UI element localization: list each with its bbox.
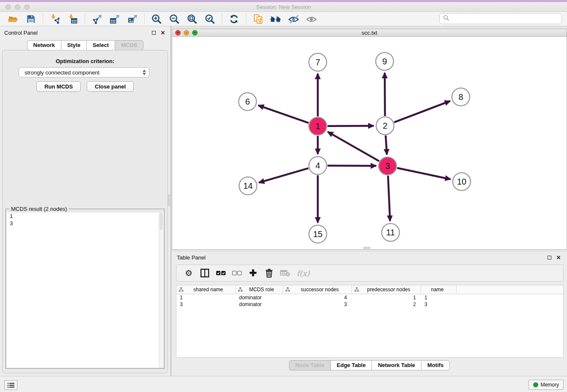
table-row[interactable]: 3dominator323: [176, 301, 563, 308]
graph-node-11[interactable]: 11: [382, 224, 399, 241]
refresh-icon[interactable]: [228, 13, 240, 25]
graph-node-2[interactable]: 2: [376, 117, 394, 135]
cell-predecessor-nodes: 1: [352, 295, 421, 301]
split-divider-handle[interactable]: [168, 195, 171, 206]
tab-network[interactable]: Network: [27, 40, 61, 50]
svg-text:2: 2: [383, 121, 387, 130]
mcds-result-line: 1: [7, 213, 163, 220]
zoom-selected-icon[interactable]: [204, 13, 216, 25]
status-bar: Memory: [0, 376, 567, 392]
mcds-result-text[interactable]: 13: [7, 213, 163, 367]
search-input[interactable]: [449, 16, 561, 22]
column-header-MCDS-role[interactable]: MCDS role: [236, 285, 283, 294]
svg-text:7: 7: [315, 58, 320, 67]
cell-successor-nodes: 3: [283, 301, 352, 307]
network-canvas[interactable]: 7968124314101511: [172, 37, 567, 249]
graph-node-1[interactable]: 1: [309, 117, 327, 135]
export-image-icon[interactable]: [126, 13, 139, 25]
edge-2-8[interactable]: [394, 101, 450, 122]
edge-3-1[interactable]: [328, 132, 379, 161]
graph-node-3[interactable]: 3: [379, 157, 396, 175]
graph-node-8[interactable]: 8: [452, 88, 470, 106]
list-icon: [7, 382, 15, 388]
network-window-title: scc.txt: [172, 30, 567, 36]
delete-icon[interactable]: [264, 268, 275, 279]
graph-node-7[interactable]: 7: [309, 53, 327, 71]
graph-node-6[interactable]: 6: [239, 93, 256, 110]
table-close-button[interactable]: ✕: [555, 254, 562, 261]
export-table-icon[interactable]: [108, 13, 121, 25]
edge-1-6[interactable]: [258, 105, 308, 123]
function-builder-icon[interactable]: f(x): [297, 269, 310, 278]
mcds-result-line: 3: [7, 220, 163, 227]
column-header-shared-name[interactable]: shared name: [176, 285, 236, 294]
zoom-fit-icon[interactable]: [186, 13, 198, 25]
toolbar-separator: [43, 14, 43, 25]
open-session-icon[interactable]: [7, 13, 19, 25]
svg-text:3: 3: [385, 161, 390, 171]
column-header-predecessor-nodes[interactable]: predecessor nodes: [352, 285, 421, 294]
edge-4-3[interactable]: [328, 166, 376, 166]
table-header-row: shared nameMCDS rolesuccessor nodesprede…: [176, 285, 563, 294]
clone-network-icon[interactable]: [252, 13, 264, 25]
import-network-icon[interactable]: [49, 13, 61, 25]
close-panel-button[interactable]: ✕: [160, 29, 166, 36]
add-column-icon[interactable]: ✚: [248, 268, 259, 279]
tab-style[interactable]: Style: [61, 40, 86, 50]
edge-2-9[interactable]: [385, 73, 385, 116]
zoom-in-icon[interactable]: [150, 13, 163, 25]
edge-3-10[interactable]: [397, 168, 451, 179]
table-float-button[interactable]: [546, 254, 553, 261]
memory-button[interactable]: Memory: [528, 380, 564, 390]
cell-name: 3: [421, 301, 457, 307]
app-window: Session: New Session: [0, 0, 567, 392]
zoom-out-icon[interactable]: [168, 13, 181, 25]
canvas-grip[interactable]: [363, 247, 370, 249]
tab-select[interactable]: Select: [86, 40, 115, 50]
control-panel-title: Control Panel: [4, 30, 148, 36]
result-scrollbar[interactable]: [159, 213, 163, 367]
select-all-columns-icon[interactable]: [215, 268, 226, 279]
save-session-icon[interactable]: [25, 13, 37, 25]
float-panel-button[interactable]: [150, 29, 157, 36]
graph-node-10[interactable]: 10: [453, 173, 471, 190]
tab-network-table[interactable]: Network Table: [372, 360, 421, 370]
task-history-button[interactable]: [4, 380, 17, 390]
graph-node-15[interactable]: 15: [309, 225, 327, 243]
show-eye-icon[interactable]: [305, 13, 318, 25]
gear-icon[interactable]: ⚙: [183, 268, 194, 279]
graph-node-14[interactable]: 14: [239, 177, 257, 195]
column-header-name[interactable]: name: [421, 285, 457, 294]
column-type-icon: [179, 287, 184, 292]
window-title: Session: New Session: [0, 4, 567, 10]
close-panel-button-inline[interactable]: Close panel: [87, 81, 134, 92]
edge-1-2[interactable]: [328, 126, 374, 126]
tab-mcds[interactable]: MCDS: [115, 40, 143, 50]
edge-4-14[interactable]: [259, 168, 308, 182]
import-table-icon[interactable]: [66, 13, 79, 25]
column-pane-icon[interactable]: [199, 268, 210, 279]
delete-table-icon[interactable]: [280, 268, 291, 279]
edge-2-3[interactable]: [385, 135, 387, 155]
graph-node-4[interactable]: 4: [309, 157, 327, 174]
export-network-icon[interactable]: [91, 13, 103, 25]
graph-node-9[interactable]: 9: [376, 52, 394, 70]
cell-name: 1: [421, 295, 457, 301]
tab-motifs[interactable]: Motifs: [421, 360, 450, 370]
hide-eye-icon[interactable]: [287, 13, 300, 25]
mcds-result-title: MCDS result (2 nodes): [9, 206, 69, 212]
toolbar-separator: [85, 14, 85, 25]
network-window-titlebar[interactable]: × − + scc.txt: [172, 29, 567, 37]
optimization-criterion-select[interactable]: strongly connected component: [19, 67, 149, 77]
tab-node-table[interactable]: Node Table: [289, 360, 330, 370]
tab-edge-table[interactable]: Edge Table: [330, 360, 372, 370]
column-header-successor-nodes[interactable]: successor nodes: [283, 285, 352, 294]
cell-MCDS-role: dominator: [236, 295, 283, 301]
table-row[interactable]: 1dominator411: [176, 294, 563, 301]
control-panel: Control Panel ✕ NetworkStyleSelectMCDS O…: [0, 26, 171, 376]
search-field[interactable]: [439, 13, 562, 24]
home-icon[interactable]: [270, 13, 282, 25]
run-mcds-button[interactable]: Run MCDS: [36, 81, 81, 92]
edge-3-11[interactable]: [388, 176, 390, 221]
deselect-all-columns-icon[interactable]: [231, 268, 242, 279]
